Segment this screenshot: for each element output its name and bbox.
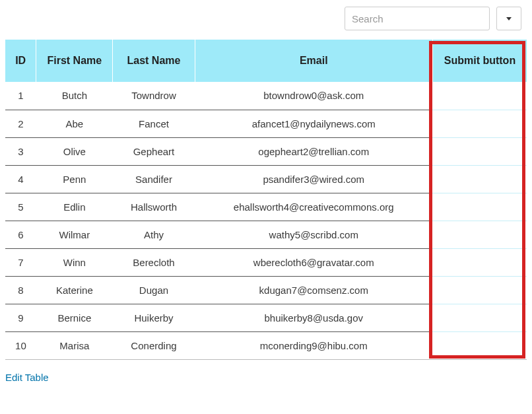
cell-id: 7 [5, 248, 36, 276]
cell-email: kdugan7@comsenz.com [195, 276, 432, 304]
data-table: ID First Name Last Name Email Submit but… [5, 40, 527, 360]
edit-table-link[interactable]: Edit Table [5, 372, 49, 383]
col-header-id[interactable]: ID [5, 40, 36, 82]
cell-first_name: Olive [36, 137, 113, 165]
cell-submit [432, 248, 527, 276]
cell-email: wathy5@scribd.com [195, 221, 432, 248]
cell-submit [432, 82, 527, 110]
cell-first_name: Bernice [36, 304, 113, 331]
table-row: 6WilmarAthywathy5@scribd.com [5, 221, 527, 248]
cell-email: psandifer3@wired.com [195, 165, 432, 193]
cell-submit [432, 137, 527, 165]
table-toolbar [5, 7, 527, 30]
cell-id: 8 [5, 276, 36, 304]
cell-id: 4 [5, 165, 36, 193]
cell-last_name: Fancet [113, 110, 195, 137]
cell-first_name: Wilmar [36, 221, 113, 248]
cell-id: 10 [5, 331, 36, 359]
caret-down-icon [506, 17, 512, 20]
cell-first_name: Edlin [36, 193, 113, 221]
table-row: 7WinnBereclothwberecloth6@gravatar.com [5, 248, 527, 276]
cell-last_name: Gepheart [113, 137, 195, 165]
cell-submit [432, 165, 527, 193]
search-input[interactable] [345, 7, 490, 30]
cell-first_name: Marisa [36, 331, 113, 359]
cell-submit [432, 331, 527, 359]
cell-last_name: Dugan [113, 276, 195, 304]
table-row: 1ButchTowndrowbtowndrow0@ask.com [5, 82, 527, 110]
cell-id: 9 [5, 304, 36, 331]
cell-submit [432, 193, 527, 221]
table-row: 8KaterineDugankdugan7@comsenz.com [5, 276, 527, 304]
cell-submit [432, 276, 527, 304]
table-options-dropdown[interactable] [496, 7, 521, 30]
cell-id: 3 [5, 137, 36, 165]
cell-id: 6 [5, 221, 36, 248]
cell-first_name: Katerine [36, 276, 113, 304]
cell-last_name: Athy [113, 221, 195, 248]
cell-email: btowndrow0@ask.com [195, 82, 432, 110]
cell-first_name: Butch [36, 82, 113, 110]
cell-submit [432, 221, 527, 248]
cell-last_name: Berecloth [113, 248, 195, 276]
table-row: 5EdlinHallsworthehallsworth4@creativecom… [5, 193, 527, 221]
table-row: 3OliveGepheartogepheart2@trellian.com [5, 137, 527, 165]
data-table-wrapper: ID First Name Last Name Email Submit but… [5, 40, 527, 360]
cell-submit [432, 304, 527, 331]
cell-last_name: Huikerby [113, 304, 195, 331]
table-row: 2AbeFancetafancet1@nydailynews.com [5, 110, 527, 137]
cell-id: 2 [5, 110, 36, 137]
cell-id: 1 [5, 82, 36, 110]
table-row: 9BerniceHuikerbybhuikerby8@usda.gov [5, 304, 527, 331]
cell-email: wberecloth6@gravatar.com [195, 248, 432, 276]
cell-email: ehallsworth4@creativecommons.org [195, 193, 432, 221]
cell-email: ogepheart2@trellian.com [195, 137, 432, 165]
cell-id: 5 [5, 193, 36, 221]
col-header-submit[interactable]: Submit button [432, 40, 527, 82]
cell-email: bhuikerby8@usda.gov [195, 304, 432, 331]
cell-email: afancet1@nydailynews.com [195, 110, 432, 137]
table-row: 10MarisaConerdingmconerding9@hibu.com [5, 331, 527, 359]
table-row: 4PennSandiferpsandifer3@wired.com [5, 165, 527, 193]
cell-last_name: Sandifer [113, 165, 195, 193]
col-header-email[interactable]: Email [195, 40, 432, 82]
cell-first_name: Winn [36, 248, 113, 276]
cell-first_name: Abe [36, 110, 113, 137]
col-header-first-name[interactable]: First Name [36, 40, 113, 82]
col-header-last-name[interactable]: Last Name [113, 40, 195, 82]
cell-last_name: Towndrow [113, 82, 195, 110]
cell-submit [432, 110, 527, 137]
cell-last_name: Conerding [113, 331, 195, 359]
cell-last_name: Hallsworth [113, 193, 195, 221]
cell-first_name: Penn [36, 165, 113, 193]
table-header-row: ID First Name Last Name Email Submit but… [5, 40, 527, 82]
cell-email: mconerding9@hibu.com [195, 331, 432, 359]
